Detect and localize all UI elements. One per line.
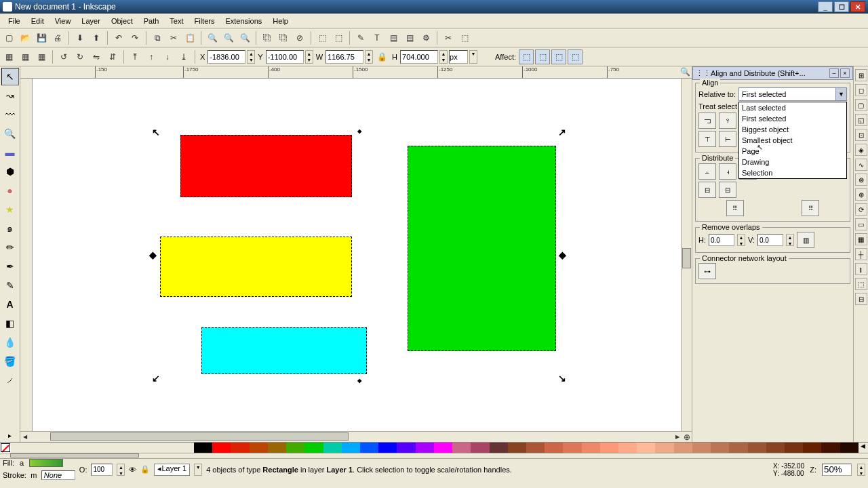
- clone-icon[interactable]: ⿻: [276, 30, 291, 45]
- snap-bbox-icon[interactable]: ◻: [855, 84, 867, 96]
- zoom-sel-icon[interactable]: 🔍: [205, 30, 220, 45]
- h-input[interactable]: [400, 50, 438, 64]
- print-icon[interactable]: 🖨: [50, 30, 65, 45]
- vertical-scrollbar[interactable]: [681, 79, 692, 431]
- cut-icon[interactable]: ✂: [166, 30, 181, 45]
- lock-icon[interactable]: 🔒: [374, 49, 389, 64]
- menu-text[interactable]: Text: [164, 16, 189, 26]
- zoom-draw-icon[interactable]: 🔍: [221, 30, 236, 45]
- affect-gradient-icon[interactable]: ⬚: [551, 49, 566, 64]
- handle-se[interactable]: ↘: [558, 373, 566, 384]
- affect-stroke-icon[interactable]: ⬚: [519, 49, 534, 64]
- dd-drawing[interactable]: Drawing: [739, 157, 846, 167]
- v-input[interactable]: [757, 234, 783, 246]
- 3dbox-tool[interactable]: ⬢: [1, 163, 19, 180]
- raise-icon[interactable]: ↑: [144, 49, 159, 64]
- swatch[interactable]: [711, 443, 729, 453]
- duplicate-icon[interactable]: ⿻: [260, 30, 275, 45]
- text-dialog-icon[interactable]: T: [370, 30, 384, 45]
- handle-w[interactable]: ◆: [149, 249, 157, 260]
- dd-last-selected[interactable]: Last selected: [739, 102, 846, 113]
- menu-object[interactable]: Object: [106, 16, 138, 26]
- paste-icon[interactable]: 📋: [182, 30, 197, 45]
- no-color-swatch[interactable]: [0, 443, 11, 453]
- swatch[interactable]: [378, 443, 397, 453]
- swatch[interactable]: [655, 443, 673, 453]
- unit-dropdown[interactable]: ▼: [469, 50, 477, 64]
- rotate-ccw-icon[interactable]: ↺: [56, 49, 71, 64]
- affect-corners-icon[interactable]: ⬚: [535, 49, 550, 64]
- w-input[interactable]: [326, 50, 363, 64]
- swatch[interactable]: [212, 443, 231, 453]
- swatch[interactable]: [508, 443, 526, 453]
- bucket-tool[interactable]: 🪣: [1, 352, 19, 370]
- randomize-icon[interactable]: ⠿: [726, 200, 744, 216]
- panel-min-icon[interactable]: –: [829, 68, 839, 78]
- dd-selection[interactable]: Selection: [739, 167, 846, 178]
- swatch[interactable]: [545, 443, 563, 453]
- redo-icon[interactable]: ↷: [127, 30, 142, 45]
- scroll-right-icon[interactable]: ▶: [673, 432, 682, 442]
- open-icon[interactable]: 📂: [18, 30, 33, 45]
- w-spinner[interactable]: ▲▼: [365, 50, 373, 64]
- swatch[interactable]: [471, 443, 489, 453]
- swatch[interactable]: [286, 443, 304, 453]
- zoom-input[interactable]: [822, 464, 852, 476]
- snap-margin-icon[interactable]: ⫿: [855, 263, 867, 275]
- swatch[interactable]: [268, 443, 286, 453]
- snap-page-icon[interactable]: ▭: [855, 218, 867, 230]
- ungroup-icon[interactable]: ⬚: [331, 30, 346, 45]
- new-icon[interactable]: ▢: [1, 30, 16, 45]
- dist-right2-icon[interactable]: ⊟: [719, 182, 736, 198]
- quick-zoom-icon[interactable]: ⊕: [682, 432, 692, 442]
- save-icon[interactable]: 💾: [34, 30, 49, 45]
- swatch[interactable]: [563, 443, 581, 453]
- snap-rotation-icon[interactable]: ⟳: [855, 203, 867, 216]
- panel-close-icon[interactable]: ×: [840, 68, 850, 78]
- vertical-ruler[interactable]: [20, 79, 33, 431]
- dist-left-icon[interactable]: ⫠: [698, 163, 716, 180]
- handle-n[interactable]: ⬥: [357, 125, 362, 136]
- snap-center-icon[interactable]: ⊕: [855, 188, 867, 201]
- zoom-tool[interactable]: 🔍: [1, 125, 19, 142]
- swatch[interactable]: [250, 443, 268, 453]
- menu-help[interactable]: Help: [267, 16, 294, 26]
- snap-corner-icon[interactable]: ◱: [855, 114, 867, 126]
- x-spinner[interactable]: ▲▼: [247, 50, 255, 64]
- swatch[interactable]: [342, 443, 360, 453]
- menu-path[interactable]: Path: [138, 16, 165, 26]
- v-spinner[interactable]: ▲▼: [786, 234, 794, 246]
- prefs-icon[interactable]: ⚙: [418, 30, 433, 45]
- align-dialog-icon[interactable]: ▤: [402, 30, 417, 45]
- swatch[interactable]: [748, 443, 766, 453]
- y-input[interactable]: [266, 50, 304, 64]
- menu-layer[interactable]: Layer: [76, 16, 106, 26]
- dd-smallest[interactable]: Smallest object: [739, 135, 846, 146]
- menu-extensions[interactable]: Extensions: [220, 16, 267, 26]
- horizontal-ruler[interactable]: -150 -1750 -400 -1500 -1250 -1000 -750 🔍: [20, 66, 692, 79]
- export-icon[interactable]: ⬆: [89, 30, 104, 45]
- snap-align-icon[interactable]: ⊟: [855, 293, 867, 305]
- menu-file[interactable]: File: [3, 16, 26, 26]
- snap-path-icon[interactable]: ∿: [855, 159, 867, 171]
- zoom-corner-icon[interactable]: 🔍: [680, 67, 690, 77]
- unlink-icon[interactable]: ⊘: [292, 30, 307, 45]
- swatch[interactable]: [618, 443, 637, 453]
- calligraphy-tool[interactable]: ✎: [1, 277, 19, 294]
- align-left-icon[interactable]: ⫎: [698, 113, 716, 129]
- handle-ne[interactable]: ↗: [558, 127, 566, 138]
- snap-node-icon[interactable]: ◈: [855, 144, 867, 156]
- remove-overlap-button[interactable]: ▥: [797, 232, 814, 248]
- canvas[interactable]: ↖ ⬥ ↗ ◆ ◆ ↙ ⬥ ↘: [33, 79, 681, 431]
- expand-icon[interactable]: ▸: [8, 432, 12, 439]
- opacity-input[interactable]: [91, 464, 113, 476]
- swatch[interactable]: [360, 443, 378, 453]
- flip-h-icon[interactable]: ⇋: [89, 49, 104, 64]
- swatch[interactable]: [803, 443, 821, 453]
- swatch[interactable]: [231, 443, 249, 453]
- rotate-cw-icon[interactable]: ↻: [73, 49, 87, 64]
- h-spinner[interactable]: ▲▼: [439, 50, 448, 64]
- doc-props-icon[interactable]: ✂: [441, 30, 456, 45]
- h-spinner[interactable]: ▲▼: [737, 234, 745, 246]
- menu-view[interactable]: View: [50, 16, 77, 26]
